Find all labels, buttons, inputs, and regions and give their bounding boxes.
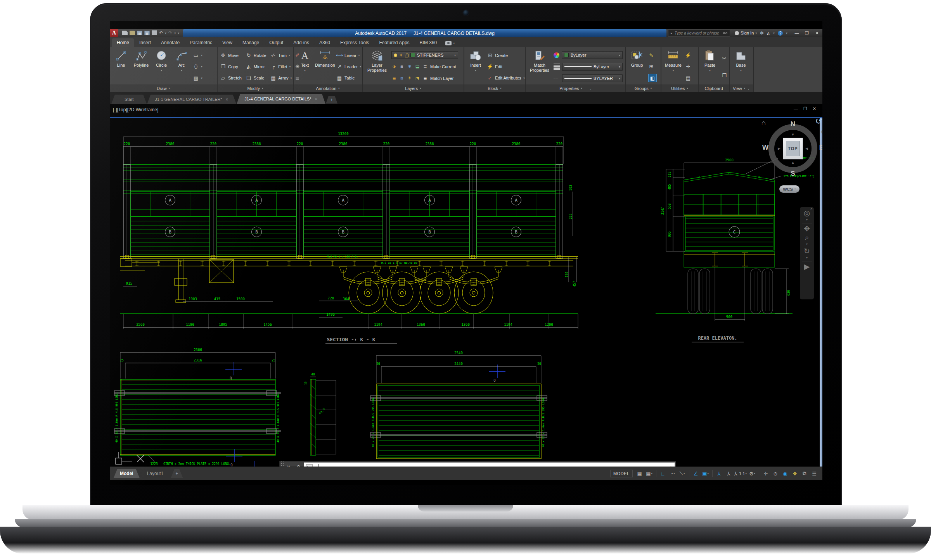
annotation-scale-dropdown[interactable]: ⅄ 1:1▾ <box>734 469 747 478</box>
viewcube-arrow-up-icon[interactable]: ▼ <box>791 133 795 137</box>
ribbon-display-toggle[interactable]: ▾ <box>442 41 458 47</box>
object-snap-toggle[interactable]: ▣▾ <box>701 469 710 478</box>
panel-expander-icon[interactable]: ⌟ <box>590 87 591 90</box>
linear-dimension-tool[interactable]: ⟷Linear▾ <box>336 51 361 60</box>
zoom-caret-icon[interactable]: ▾ <box>806 243 808 246</box>
panel-layers-footer[interactable]: Layers▾ <box>363 85 464 92</box>
crosshair-annotation-monitor[interactable]: ✛ <box>761 469 770 478</box>
file-tab-j1-1[interactable]: J1-1 GENERAL CARGO TRAILER*✕ <box>147 95 236 104</box>
close-tab-icon[interactable]: ✕ <box>225 97 228 102</box>
tab-insert[interactable]: Insert <box>135 38 156 47</box>
doc-close-button[interactable]: ✕ <box>813 106 816 111</box>
polyline-button[interactable]: Polyline <box>132 49 150 85</box>
layer-unisolate-icon[interactable]: ≣ <box>391 76 397 80</box>
command-grip-handle[interactable] <box>280 461 284 467</box>
layout1-tab[interactable]: Layout1 <box>141 469 170 478</box>
linetype-dropdown[interactable]: BYLAYER▾ <box>562 74 623 82</box>
grid-display-toggle[interactable]: ▦ <box>635 469 644 478</box>
wcs-dropdown[interactable]: WCS▾ <box>779 185 799 193</box>
viewcube-north[interactable]: N <box>791 120 795 128</box>
snap-mode-toggle[interactable]: ▦▾ <box>645 469 654 478</box>
viewcube-arrow-right-icon[interactable]: ◀ <box>805 147 808 150</box>
object-snap-tracking-toggle[interactable]: ∠ <box>692 469 700 478</box>
text-button[interactable]: A Text▾ <box>296 49 314 85</box>
panel-annotation-footer[interactable]: Annotation▾ <box>294 85 362 92</box>
save-as-icon[interactable] <box>144 31 150 35</box>
rotate-button[interactable]: ↻Rotate <box>246 51 266 60</box>
polar-tracking-toggle[interactable]: ◔▾ <box>668 469 677 478</box>
close-tab-icon[interactable]: ✕ <box>315 97 318 101</box>
tab-a360[interactable]: A360 <box>315 38 335 47</box>
autoscale-toggle[interactable]: ⅄ <box>725 469 733 478</box>
viewcube[interactable]: N S W E ▼ ▲ ▶ ◀ TOP ⌂ ↺ ↻ WCS▾ ▾ <box>767 123 819 175</box>
showmotion-icon[interactable]: ▶ <box>804 263 810 270</box>
plot-tray-icon[interactable]: ❖ <box>791 469 799 478</box>
stretch-button[interactable]: ▱Stretch <box>220 74 242 82</box>
panel-modify-footer[interactable]: Modify▾ <box>218 85 293 92</box>
viewcube-arrow-left-icon[interactable]: ▶ <box>778 147 780 150</box>
rectangle-tool[interactable]: ▭▾ <box>193 51 202 60</box>
tab-addins[interactable]: Add-ins <box>289 38 314 47</box>
circle-button[interactable]: Circle▾ <box>152 49 170 85</box>
new-layout-button[interactable]: + <box>171 469 183 478</box>
tab-parametric[interactable]: Parametric <box>185 38 217 47</box>
ungroup-tool[interactable]: ✎ <box>648 51 657 60</box>
match-properties-button[interactable]: Match Properties <box>528 49 551 85</box>
workspace-switching-dropdown[interactable]: ⚙▾ <box>748 469 756 478</box>
panel-utilities-footer[interactable]: Utilities▾ <box>661 85 698 92</box>
scale-button[interactable]: ❏Scale <box>246 74 266 82</box>
edit-attributes-button[interactable]: ✓Edit Attributes▾ <box>487 74 525 82</box>
move-button[interactable]: ✥Move <box>220 51 242 60</box>
connect-dropdown-icon[interactable]: ▾ <box>773 31 775 35</box>
layer-freeze-icon[interactable]: ❄ <box>407 64 412 69</box>
plot-icon[interactable] <box>152 31 157 35</box>
linetype-icon[interactable]: ┄┄ <box>554 76 560 80</box>
save-icon[interactable] <box>137 31 142 35</box>
viewcube-west[interactable]: W <box>762 144 768 152</box>
group-button[interactable]: Group <box>628 49 646 85</box>
viewport-controls-label[interactable]: [-][Top][2D Wireframe] <box>113 107 158 112</box>
navbar-caret-icon[interactable]: ▾ <box>806 218 808 221</box>
viewcube-home-icon[interactable]: ⌂ <box>761 119 766 127</box>
trim-button[interactable]: -∕-Trim▾ <box>270 51 292 60</box>
tab-express-tools[interactable]: Express Tools <box>336 38 374 47</box>
vertical-scrollbar[interactable] <box>820 118 822 467</box>
minimize-button[interactable]: — <box>792 29 801 36</box>
copy-clip-tool[interactable]: ❐ <box>721 71 727 80</box>
tab-annotate[interactable]: Annotate <box>156 38 184 47</box>
command-line[interactable]: ✕ ⚲ >_ ▾ ▲ <box>279 461 676 467</box>
new-drawing-tab-button[interactable]: + <box>326 96 337 104</box>
ellipse-tool[interactable]: ⬯▾ <box>193 62 202 71</box>
model-tab[interactable]: Model <box>114 469 140 478</box>
edit-block-button[interactable]: ⚡Edit <box>487 62 525 71</box>
qat-customize-icon[interactable]: ▾ <box>178 31 179 35</box>
dimension-button[interactable]: Dimension <box>316 49 334 85</box>
navigation-bar[interactable]: ✕ ◎ ▾ ✥ ⌕ ▾ ↻ ▾ ▶ <box>800 207 814 299</box>
command-input[interactable]: >_ ▾ ▲ <box>304 462 675 467</box>
tab-output[interactable]: Output <box>265 38 288 47</box>
ortho-mode-toggle[interactable]: ∟ <box>659 469 667 478</box>
lineweight-dropdown[interactable]: ByLayer▾ <box>562 63 623 71</box>
help-dropdown-icon[interactable]: ▾ <box>786 31 787 35</box>
doc-restore-button[interactable]: ❐ <box>803 106 807 111</box>
model-space-toggle[interactable]: MODEL <box>610 470 633 477</box>
zoom-icon[interactable]: ⌕ <box>805 234 809 241</box>
drawing-viewport[interactable]: 1326022023862202386220238622023862202386… <box>110 104 822 467</box>
leader-tool[interactable]: ↗Leader▾ <box>336 62 361 71</box>
orbit-icon[interactable]: ↻ <box>804 247 810 255</box>
fillet-button[interactable]: ╭Fillet▾ <box>270 62 292 71</box>
group-edit-tool[interactable]: ⊞ <box>648 62 657 71</box>
make-current-button[interactable]: Make Current <box>430 64 456 69</box>
clean-screen-toggle[interactable]: ⧉ <box>800 469 809 478</box>
create-block-button[interactable]: ⊞Create <box>487 51 525 60</box>
viewcube-top-face[interactable]: TOP <box>783 138 803 159</box>
base-view-button[interactable]: Base▾ <box>732 49 750 85</box>
undo-icon[interactable]: ↶ <box>159 31 163 35</box>
help-icon[interactable]: ? <box>778 31 783 36</box>
pan-icon[interactable]: ✥ <box>804 225 810 232</box>
undo-dropdown-icon[interactable]: ▾ <box>165 31 166 35</box>
match-layer-icon[interactable]: ≣ <box>422 76 428 80</box>
a360-connect-icon[interactable]: ◭ <box>767 31 770 36</box>
layer-select-dropdown[interactable]: ☀ STIFFENERS ▾ <box>391 51 458 59</box>
layer-thaw-all-icon[interactable]: ☀ <box>407 76 412 80</box>
